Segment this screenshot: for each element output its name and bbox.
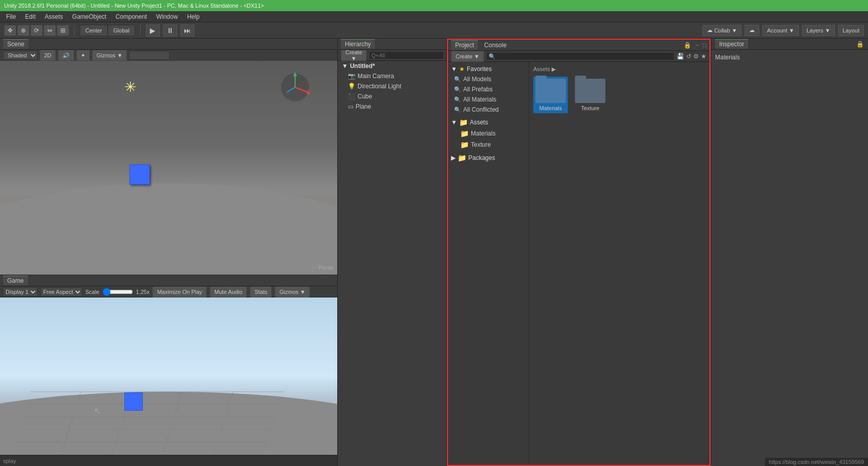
tree-all-prefabs[interactable]: 🔍 All Prefabs	[448, 84, 529, 94]
layers-button[interactable]: Layers ▼	[802, 25, 835, 36]
layout-button[interactable]: Layout	[838, 25, 864, 36]
scene-viewport[interactable]: ✳ Y	[0, 61, 337, 275]
transform-rotate[interactable]: ⟳	[30, 25, 43, 36]
mute-btn[interactable]: Mute Audio	[210, 286, 247, 297]
hierarchy-panel: Hierarchy Create ▼ ▼ Untitled* 📷 Main Ca…	[338, 39, 447, 466]
hierarchy-item-main-camera[interactable]: 📷 Main Camera	[338, 71, 446, 81]
center-global-toggle: Center Global	[80, 25, 135, 36]
menu-assets[interactable]: Assets	[41, 12, 67, 21]
tree-all-models[interactable]: 🔍 All Models	[448, 74, 529, 84]
project-lock-icon[interactable]: 🔒	[684, 42, 691, 49]
assets-grid: Materials Texture	[533, 77, 705, 113]
hierarchy-tab[interactable]: Hierarchy	[341, 39, 375, 49]
step-button[interactable]: ⏭	[180, 24, 195, 37]
center-toggle[interactable]: Center	[80, 25, 108, 36]
scene-search[interactable]	[129, 51, 170, 60]
hierarchy-create-btn[interactable]: Create ▼	[341, 50, 367, 61]
game-panel-header: Game	[0, 275, 337, 286]
inspector-tab[interactable]: Inspector	[715, 39, 748, 49]
hierarchy-item-cube[interactable]: ⬛ Cube	[338, 91, 446, 102]
packages-label: Packages	[468, 154, 495, 161]
project-minimize-icon[interactable]: −	[695, 42, 699, 49]
menu-window[interactable]: Window	[152, 12, 182, 21]
favorites-section[interactable]: ▼ ★ Favorites	[448, 64, 529, 74]
scale-label: Scale	[85, 289, 100, 295]
assets-section[interactable]: ▼ 📁 Assets	[448, 117, 529, 128]
display-select[interactable]: Display 1	[3, 287, 38, 296]
sun-icon: ✳	[124, 79, 136, 95]
cloud-icon: ☁	[749, 27, 755, 34]
project-tab[interactable]: Project	[451, 40, 478, 50]
project-create-btn[interactable]: Create ▼	[451, 51, 484, 62]
breadcrumb-text: Assets ▶	[533, 66, 556, 73]
transform-tools: ✥ ⊕ ⟳ ⇔ ⊞	[4, 25, 69, 36]
tree-all-materials[interactable]: 🔍 All Materials	[448, 94, 529, 105]
game-tab[interactable]: Game	[3, 276, 28, 285]
tree-all-conflicted[interactable]: 🔍 All Conflicted	[448, 105, 529, 115]
scene-fx-btn[interactable]: ✦	[76, 50, 90, 61]
tree-materials[interactable]: 📁 Materials	[448, 128, 529, 139]
project-maximize-icon[interactable]: □	[703, 42, 706, 49]
title-text: Unity 2018.2.6f1 Personal (64bit) - Unti…	[4, 3, 264, 9]
scale-slider[interactable]	[103, 288, 133, 295]
mouse-cursor: ↖	[94, 406, 101, 416]
menu-file[interactable]: File	[2, 12, 20, 21]
all-prefabs-label: All Prefabs	[463, 86, 493, 93]
transform-hand[interactable]: ✥	[4, 25, 16, 36]
menu-edit[interactable]: Edit	[21, 12, 40, 21]
console-tab[interactable]: Console	[480, 41, 510, 50]
display-text: splay	[3, 458, 16, 464]
project-header: Project Console 🔒 − □	[448, 40, 710, 51]
menu-bar: File Edit Assets GameObject Component Wi…	[0, 11, 868, 22]
project-search[interactable]	[486, 52, 674, 60]
project-tree: ▼ ★ Favorites 🔍 All Models 🔍 All Prefabs	[448, 62, 529, 465]
game-viewport[interactable]: ↖	[0, 297, 337, 455]
tree-texture[interactable]: 📁 Texture	[448, 139, 529, 150]
hierarchy-search[interactable]	[369, 51, 444, 59]
aspect-select[interactable]: Free Aspect	[41, 287, 82, 296]
shader-mode-select[interactable]: Shaded	[3, 51, 38, 60]
hierarchy-toolbar: Create ▼	[338, 50, 446, 61]
menu-component[interactable]: Component	[111, 12, 151, 21]
all-conflicted-label: All Conflicted	[463, 106, 499, 113]
maximize-btn[interactable]: Maximize On Play	[152, 286, 207, 297]
menu-help[interactable]: Help	[183, 12, 204, 21]
scene-name: Untitled*	[350, 62, 375, 70]
settings-icon[interactable]: ⚙	[693, 53, 699, 60]
global-toggle[interactable]: Global	[108, 25, 135, 36]
pause-button[interactable]: ⏸	[163, 24, 177, 37]
account-button[interactable]: Account ▼	[762, 25, 799, 36]
transform-move[interactable]: ⊕	[17, 25, 29, 36]
hierarchy-item-directional-light[interactable]: 💡 Directional Light	[338, 81, 446, 91]
packages-section[interactable]: ▶ 📁 Packages	[448, 152, 529, 163]
scene-3d: ✳ Y	[0, 61, 337, 275]
refresh-icon[interactable]: ↺	[686, 53, 691, 60]
hierarchy-scene-root[interactable]: ▼ Untitled*	[338, 61, 446, 71]
asset-texture[interactable]: Texture	[573, 77, 607, 113]
cloud-button[interactable]: ☁	[745, 25, 759, 36]
collab-button[interactable]: ☁ Collab ▼	[702, 25, 742, 36]
menu-gameobject[interactable]: GameObject	[68, 12, 110, 21]
transform-scale[interactable]: ⇔	[44, 25, 56, 36]
star-filter-icon[interactable]: ★	[701, 53, 706, 60]
asset-materials[interactable]: Materials	[533, 77, 568, 113]
2d-toggle[interactable]: 2D	[40, 50, 56, 61]
stats-btn[interactable]: Stats	[250, 286, 272, 297]
collapse-icon: ▼	[342, 62, 348, 70]
item-icon: 💡	[348, 83, 356, 90]
game-gizmos-btn[interactable]: Gizmos ▼	[275, 286, 310, 297]
scene-audio-btn[interactable]: 🔊	[58, 50, 74, 61]
item-icon: ⬛	[348, 93, 356, 100]
gizmo-widget: Y X	[279, 71, 312, 104]
save-icon[interactable]: 💾	[677, 53, 684, 60]
search-icon-models: 🔍	[454, 76, 461, 83]
hierarchy-item-plane[interactable]: ▭ Plane	[338, 102, 446, 112]
scene-tab[interactable]: Scene	[3, 39, 28, 49]
inspector-lock-icon[interactable]: 🔒	[856, 41, 864, 48]
scene-cube[interactable]	[130, 164, 150, 185]
scene-panel: Scene Shaded 2D 🔊 ✦ Gizmos ▼	[0, 39, 337, 275]
transform-rect[interactable]: ⊞	[57, 25, 69, 36]
scene-gizmos-btn[interactable]: Gizmos ▼	[92, 50, 127, 61]
play-button[interactable]: ▶	[146, 24, 160, 37]
project-inspector-row: Project Console 🔒 − □ Create ▼ 💾 ↺ ⚙ ★	[447, 39, 868, 466]
